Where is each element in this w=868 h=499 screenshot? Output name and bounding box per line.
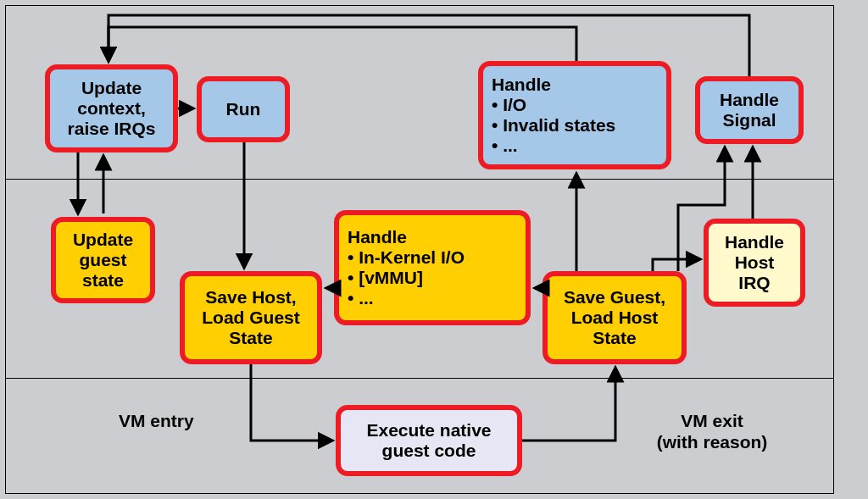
divider-user-kernel: [6, 179, 834, 180]
node-host-irq-text: HandleHostIRQ: [725, 232, 784, 293]
divider-kernel-cpu: [6, 378, 834, 379]
label-vm-entry: VM entry: [119, 410, 194, 431]
node-save-guest-text: Save Guest,Load HostState: [564, 287, 665, 348]
node-update-context-text: Updatecontext,raise IRQs: [68, 78, 156, 139]
node-update-guest-state-text: Updategueststate: [73, 230, 133, 291]
region-label-kernel: Kernel: [865, 309, 868, 367]
region-label-cpu: CPU: [865, 457, 868, 496]
node-handle-user: Handle• I/O• Invalid states• ...: [478, 61, 671, 169]
node-run-text: Run: [226, 99, 261, 119]
node-execute-native: Execute nativeguest code: [336, 405, 522, 476]
node-handle-kernel: Handle• In-Kernel I/O• [vMMU]• ...: [334, 210, 531, 325]
node-handle-kernel-text: Handle• In-Kernel I/O• [vMMU]• ...: [348, 227, 465, 309]
node-host-irq: HandleHostIRQ: [704, 219, 805, 307]
node-handle-signal-text: HandleSignal: [720, 90, 779, 130]
node-update-context: Updatecontext,raise IRQs: [45, 64, 178, 152]
node-run: Run: [197, 76, 290, 142]
node-save-host-text: Save Host,Load GuestState: [202, 287, 300, 348]
node-execute-native-text: Execute nativeguest code: [366, 420, 491, 461]
label-vm-exit: VM exit(with reason): [644, 410, 780, 452]
node-handle-signal: HandleSignal: [695, 76, 804, 144]
node-update-guest-state: Updategueststate: [51, 217, 155, 303]
node-save-guest: Save Guest,Load HostState: [542, 271, 687, 364]
node-save-host: Save Host,Load GuestState: [180, 271, 322, 364]
node-handle-user-text: Handle• I/O• Invalid states• ...: [492, 75, 615, 157]
region-label-user-space: User Space: [865, 144, 868, 246]
